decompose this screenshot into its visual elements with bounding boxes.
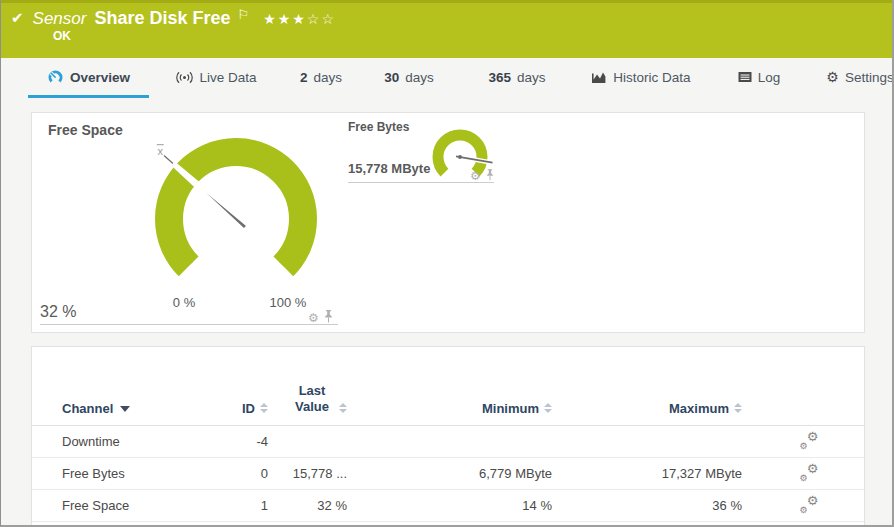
tab-label: Log	[758, 70, 781, 85]
sensor-title: Share Disk Free	[94, 8, 230, 29]
log-list-icon	[738, 71, 752, 83]
tab-number: 30	[384, 70, 399, 85]
tab-number: 365	[488, 70, 511, 85]
free-bytes-gauge[interactable]	[410, 117, 510, 189]
sort-icon	[734, 403, 742, 413]
svg-text:x: x	[157, 145, 163, 157]
channel-settings-gears-icon[interactable]: ⚙⚙	[800, 434, 819, 449]
table-row-free-bytes: Free Bytes 0 15,778 ... 6,779 MByte 17,3…	[32, 458, 864, 490]
tab-settings[interactable]: ⚙ Settings	[825, 58, 894, 96]
channel-name: Downtime	[62, 434, 238, 449]
live-data-icon	[176, 71, 193, 84]
tab-bar: Overview Live Data 2 days 30 days 365 da…	[1, 58, 892, 100]
channel-id: -4	[238, 434, 268, 449]
channel-name: Free Bytes	[62, 466, 238, 481]
column-header-channel[interactable]: Channel	[62, 401, 238, 416]
free-space-arc	[169, 152, 303, 266]
channel-last-value: 15,778 ...	[268, 466, 347, 481]
tab-label: Historic Data	[613, 70, 690, 85]
channel-gear-icon[interactable]: ⚙	[470, 170, 481, 182]
tab-2-days[interactable]: 2 days	[296, 58, 346, 96]
free-bytes-last-value: 15,778 MByte	[348, 161, 430, 176]
channel-id: 0	[238, 466, 268, 481]
tab-label: days	[313, 70, 342, 85]
sort-icon	[260, 403, 268, 413]
tab-30-days[interactable]: 30 days	[381, 58, 437, 96]
active-tab-indicator	[28, 95, 149, 98]
channel-minimum: 6,779 MByte	[347, 466, 552, 481]
tab-label: Settings	[845, 70, 894, 85]
tab-label: days	[517, 70, 546, 85]
gauge-icon	[47, 70, 64, 84]
tab-label: Overview	[70, 70, 130, 85]
column-header-last-value[interactable]: Last Value	[268, 383, 347, 416]
table-row-free-space: Free Space 1 32 % 14 % 36 % ⚙⚙	[32, 490, 864, 522]
free-space-mean-marker: x	[157, 145, 164, 158]
channel-maximum: 36 %	[552, 498, 742, 513]
tab-number: 2	[300, 70, 308, 85]
channel-name: Free Space	[62, 498, 238, 513]
channel-id: 1	[238, 498, 268, 513]
settings-gear-icon: ⚙	[826, 70, 839, 84]
sort-icon	[339, 403, 347, 413]
channel-maximum: 17,327 MByte	[552, 466, 742, 481]
channel-last-value: 32 %	[268, 498, 347, 513]
sensor-page: ✔ Sensor Share Disk Free ⚐ ★★★☆☆ OK Over…	[0, 0, 894, 527]
free-space-gauge[interactable]: x 0 % 100 %	[86, 114, 386, 314]
tab-live-data[interactable]: Live Data	[164, 58, 269, 96]
priority-stars[interactable]: ★★★☆☆	[263, 11, 336, 27]
free-space-last-value: 32 %	[40, 303, 76, 321]
tab-historic-data[interactable]: Historic Data	[589, 58, 694, 96]
status-ok-check-icon: ✔	[11, 9, 24, 27]
header-top-strip	[1, 0, 892, 3]
channel-table-header: Channel ID Last Value Minimum Maximum	[32, 347, 864, 426]
gauge-min-label: 0 %	[173, 295, 196, 310]
tab-label: days	[405, 70, 434, 85]
overview-gauges-panel: Free Space x 0 % 100 % 32 % ⚙	[31, 112, 865, 333]
channel-table-panel: Channel ID Last Value Minimum Maximum	[31, 346, 865, 525]
gauge-max-label: 100 %	[270, 295, 307, 310]
sort-icon	[544, 403, 552, 413]
channel-gear-icon[interactable]: ⚙	[308, 312, 319, 324]
column-header-minimum[interactable]: Minimum	[347, 401, 552, 416]
tab-log[interactable]: Log	[734, 58, 784, 96]
channel-settings-gears-icon[interactable]: ⚙⚙	[800, 466, 819, 481]
sensor-header: ✔ Sensor Share Disk Free ⚐ ★★★☆☆ OK	[1, 0, 892, 58]
channel-settings-gears-icon[interactable]: ⚙⚙	[800, 498, 819, 513]
column-header-maximum[interactable]: Maximum	[552, 401, 742, 416]
priority-flag-icon[interactable]: ⚐	[238, 7, 250, 22]
channel-minimum: 14 %	[347, 498, 552, 513]
tab-label: Live Data	[199, 70, 256, 85]
sort-desc-icon	[120, 406, 130, 412]
tile-divider	[348, 182, 494, 183]
status-badge: OK	[53, 29, 71, 43]
table-row-downtime: Downtime -4 ⚙⚙	[32, 426, 864, 458]
column-header-id[interactable]: ID	[238, 401, 268, 416]
object-kind-label: Sensor	[33, 9, 87, 29]
tab-365-days[interactable]: 365 days	[486, 58, 548, 96]
tab-overview[interactable]: Overview	[28, 58, 149, 96]
historic-data-chart-icon	[592, 71, 607, 83]
tile-divider	[40, 324, 338, 325]
free-bytes-gauge-title: Free Bytes	[348, 120, 409, 134]
